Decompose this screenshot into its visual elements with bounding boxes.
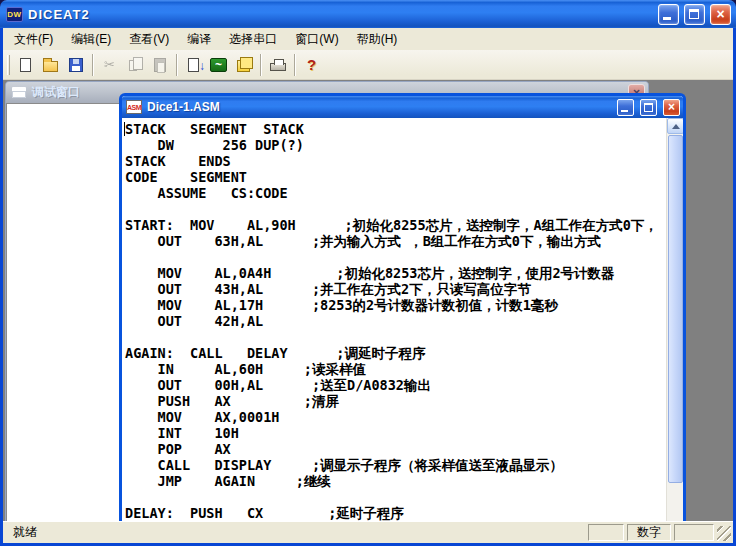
copy-icon <box>129 60 137 71</box>
toolbar-separator <box>294 54 295 76</box>
code-editor[interactable]: STACK SEGMENT STACK DW 256 DUP(?) STACK … <box>122 118 666 521</box>
asm-close-button[interactable]: × <box>663 99 680 116</box>
asm-close-icon: × <box>664 100 679 115</box>
toolbar-separator <box>92 54 93 76</box>
paste-icon <box>154 58 166 72</box>
text-cursor <box>124 122 125 136</box>
scroll-up-button[interactable] <box>667 118 683 134</box>
menu-item-file[interactable]: 文件(F) <box>5 28 62 51</box>
new-file-icon <box>20 58 31 72</box>
menu-item-window[interactable]: 窗口(W) <box>286 28 347 51</box>
status-pane-numlock: 数字 <box>627 524 671 541</box>
menu-item-compile[interactable]: 编译 <box>178 28 220 51</box>
status-pane-empty-1 <box>588 524 624 541</box>
maximize-icon <box>689 9 699 19</box>
cut-button: ✂ <box>97 53 122 77</box>
asm-minimize-button[interactable] <box>617 99 634 116</box>
print-icon <box>270 63 286 71</box>
status-message: 就绪 <box>5 524 585 541</box>
asm-window-title: Dice1-1.ASM <box>147 100 611 114</box>
asm-editor-window: ASM Dice1-1.ASM × STACK SEGMENT STACK DW… <box>119 93 686 521</box>
help-icon: ? <box>307 56 316 73</box>
toolbar-separator <box>176 54 177 76</box>
window-body: 文件(F) 编辑(E) 查看(V) 编译 选择串口 窗口(W) 帮助(H) ✂ <box>0 28 736 543</box>
asm-window-titlebar[interactable]: ASM Dice1-1.ASM × <box>122 96 683 118</box>
compile-icon <box>188 58 199 72</box>
app-window: DW DICEAT2 × 文件(F) 编辑(E) 查看(V) 编译 选择串口 窗… <box>0 0 736 546</box>
asm-maximize-icon <box>644 103 653 112</box>
compile-button[interactable] <box>181 53 206 77</box>
close-icon: × <box>711 5 730 24</box>
menu-item-edit[interactable]: 编辑(E) <box>62 28 120 51</box>
toolbar-separator <box>260 54 261 76</box>
menu-item-view[interactable]: 查看(V) <box>120 28 178 51</box>
debug-scope-button[interactable]: ~ <box>206 53 231 77</box>
new-file-button[interactable] <box>13 53 38 77</box>
status-pane-empty-2 <box>674 524 714 541</box>
download-icon <box>237 60 250 72</box>
copy-button <box>122 53 147 77</box>
app-logo-icon: DW <box>6 7 23 22</box>
cut-icon: ✂ <box>104 57 115 72</box>
menu-item-help[interactable]: 帮助(H) <box>348 28 407 51</box>
minimize-button[interactable] <box>658 4 679 25</box>
save-icon <box>69 58 83 72</box>
asm-maximize-button[interactable] <box>640 99 657 116</box>
screen: DW DICEAT2 × 文件(F) 编辑(E) 查看(V) 编译 选择串口 窗… <box>0 0 736 546</box>
toolbar-grip[interactable] <box>7 55 10 75</box>
maximize-button[interactable] <box>684 4 705 25</box>
save-button[interactable] <box>63 53 88 77</box>
debug-window-icon <box>12 87 26 98</box>
help-button[interactable]: ? <box>299 53 324 77</box>
print-button[interactable] <box>265 53 290 77</box>
paste-button <box>147 53 172 77</box>
mdi-area: 调试窗口 × ASM Dice1-1.ASM × STACK <box>3 80 733 521</box>
asm-minimize-icon <box>621 110 628 112</box>
minimize-icon <box>663 17 671 20</box>
close-button[interactable]: × <box>710 4 731 25</box>
asm-file-icon: ASM <box>126 100 142 114</box>
asm-editor-body: STACK SEGMENT STACK DW 256 DUP(?) STACK … <box>122 118 683 521</box>
open-file-button[interactable] <box>38 53 63 77</box>
scrollbar-thumb[interactable] <box>668 135 683 483</box>
open-folder-icon <box>43 61 58 72</box>
main-titlebar[interactable]: DW DICEAT2 × <box>0 0 736 28</box>
toolbar: ✂ ~ ? <box>3 50 733 80</box>
vertical-scrollbar[interactable] <box>666 118 683 521</box>
download-button[interactable] <box>231 53 256 77</box>
window-title: DICEAT2 <box>28 7 653 22</box>
menu-item-serial-port[interactable]: 选择串口 <box>220 28 286 51</box>
debug-scope-icon: ~ <box>210 58 227 72</box>
status-bar: 就绪 数字 <box>3 521 733 543</box>
menu-bar: 文件(F) 编辑(E) 查看(V) 编译 选择串口 窗口(W) 帮助(H) <box>3 28 733 50</box>
resize-grip[interactable] <box>717 526 731 541</box>
